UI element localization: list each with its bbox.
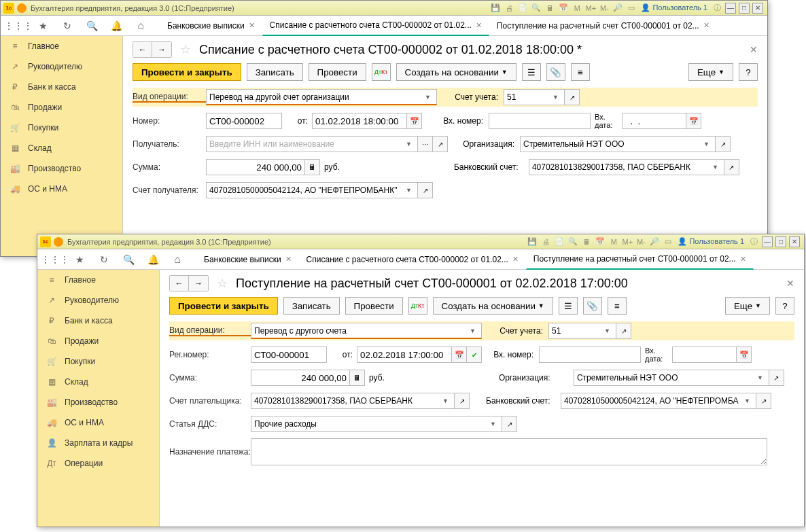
date-input[interactable] — [312, 113, 407, 129]
purpose-textarea[interactable] — [251, 438, 767, 465]
number-input[interactable] — [206, 113, 282, 129]
attach-button[interactable]: 📎 — [583, 297, 602, 315]
chevron-down-icon[interactable]: ▼ — [403, 187, 415, 194]
minimize-button[interactable]: — — [762, 236, 773, 247]
calc-icon[interactable]: 🖩 — [581, 236, 592, 247]
in-number-input[interactable] — [489, 113, 591, 129]
print-icon[interactable]: 🖨 — [504, 3, 514, 14]
minimize-button[interactable]: — — [725, 3, 736, 14]
open-button[interactable] — [724, 159, 739, 175]
search-icon[interactable]: 🔍 — [84, 18, 100, 34]
preview-icon[interactable]: 🔍 — [531, 3, 542, 14]
op-type-select[interactable]: Перевод на другой счет организации▼ — [206, 89, 437, 105]
calc-button[interactable] — [305, 159, 320, 175]
help-button[interactable]: ? — [775, 297, 794, 315]
open-button[interactable] — [455, 393, 470, 409]
post-and-close-button[interactable]: Провести и закрыть — [133, 63, 241, 81]
payer-acct-select[interactable]: 40702810138290017358, ПАО СБЕРБАНК▼ — [251, 393, 455, 409]
sidebar-item-operations[interactable]: ДтОперации — [37, 453, 159, 474]
chevron-down-icon[interactable]: ▼ — [550, 94, 561, 101]
save-icon[interactable]: 💾 — [490, 3, 501, 14]
sidebar-item-sales[interactable]: 🛍Продажи — [37, 331, 159, 351]
help-button[interactable]: ? — [739, 63, 758, 81]
history-icon[interactable]: ↻ — [59, 18, 75, 34]
user-label[interactable]: 👤 Пользователь 1 — [678, 237, 744, 246]
tab-writeoff[interactable]: Списание с расчетного счета СТ00-000002 … — [262, 16, 489, 36]
sidebar-item-warehouse[interactable]: ▦Склад — [1, 138, 122, 158]
sidebar-item-manager[interactable]: ↗Руководителю — [37, 290, 159, 311]
write-button[interactable]: Записать — [247, 63, 303, 81]
m-icon[interactable]: M — [608, 236, 619, 247]
favorite-icon[interactable]: ☆ — [214, 275, 230, 291]
in-date-input[interactable] — [672, 347, 737, 363]
tab-writeoff[interactable]: Списание с расчетного счета СТ00-000002 … — [299, 249, 526, 270]
chevron-down-icon[interactable]: ▼ — [701, 141, 712, 147]
star-icon[interactable]: ★ — [71, 251, 88, 268]
back-button[interactable]: ← — [133, 42, 152, 57]
dtkt-button[interactable]: ДтКт — [372, 63, 391, 81]
sidebar-item-sales[interactable]: 🛍Продажи — [1, 97, 122, 118]
dds-select[interactable]: Прочие расходы▼ — [251, 416, 502, 432]
in-number-input[interactable] — [539, 347, 641, 363]
user-label[interactable]: 👤 Пользователь 1 — [641, 3, 707, 12]
chevron-down-icon[interactable]: ▼ — [403, 141, 415, 147]
bell-icon[interactable]: 🔔 — [145, 251, 161, 268]
close-button[interactable]: ✕ — [752, 3, 763, 14]
close-icon[interactable]: ✕ — [740, 255, 746, 264]
m-plus-icon[interactable]: M+ — [622, 236, 633, 247]
close-page-icon[interactable]: ✕ — [750, 44, 758, 55]
calendar-icon[interactable]: 📅 — [595, 236, 606, 247]
sidebar-item-manager[interactable]: ↗Руководителю — [1, 56, 122, 77]
create-based-button[interactable]: Создать на основании▼ — [433, 297, 553, 315]
write-button[interactable]: Записать — [283, 297, 340, 315]
close-icon[interactable]: ✕ — [703, 21, 709, 30]
date-input[interactable] — [357, 347, 452, 363]
recipient-select[interactable]: Введите ИНН или наименование▼ — [206, 136, 418, 152]
tab-bank-statements[interactable]: Банковские выписки✕ — [160, 16, 262, 36]
home-icon[interactable]: ⌂ — [169, 251, 186, 268]
app-menu-icon[interactable] — [54, 237, 63, 247]
sidebar-item-assets[interactable]: 🚚ОС и НМА — [1, 179, 122, 199]
sum-input[interactable] — [206, 159, 305, 175]
chevron-down-icon[interactable]: ▼ — [422, 94, 434, 101]
reg-number-input[interactable] — [251, 347, 327, 363]
m-icon[interactable]: M — [572, 3, 582, 14]
calendar-icon[interactable]: 📅 — [558, 3, 569, 14]
more-button[interactable]: Еще▼ — [725, 297, 770, 315]
tab-receipt[interactable]: Поступление на расчетный счет СТ00-00000… — [526, 249, 754, 270]
open-button[interactable] — [565, 89, 580, 105]
open-button[interactable] — [616, 323, 631, 339]
close-page-icon[interactable]: ✕ — [786, 278, 794, 289]
bank-select[interactable]: 40702810138290017358, ПАО СБЕРБАНК▼ — [529, 159, 724, 175]
attach-button[interactable]: 📎 — [546, 63, 565, 81]
calc-icon[interactable]: 🖩 — [544, 3, 555, 14]
org-select[interactable]: Стремительный НЭТ ООО▼ — [574, 370, 769, 386]
apps-icon[interactable]: ⋮⋮⋮ — [47, 251, 63, 268]
tab-bank-statements[interactable]: Банковские выписки✕ — [196, 249, 299, 270]
windows-icon[interactable]: ▭ — [626, 3, 637, 14]
open-button[interactable] — [502, 416, 517, 432]
m-plus-icon[interactable]: M+ — [585, 3, 596, 14]
save-icon[interactable]: 💾 — [527, 236, 538, 247]
forward-button[interactable]: → — [189, 276, 208, 291]
calc-button[interactable] — [350, 370, 365, 386]
open-button[interactable] — [418, 182, 433, 198]
dots-button[interactable]: ⋯ — [418, 136, 433, 152]
sum-input[interactable] — [251, 370, 350, 386]
recv-acct-select[interactable]: 40702810500005042124, АО "НЕФТЕПРОМБАНК"… — [206, 182, 418, 198]
chevron-down-icon[interactable]: ▼ — [440, 397, 451, 404]
open-button[interactable] — [756, 393, 771, 409]
op-type-select[interactable]: Перевод с другого счета▼ — [251, 323, 482, 339]
history-icon[interactable]: ↻ — [96, 251, 112, 268]
create-based-button[interactable]: Создать на основании▼ — [396, 63, 516, 81]
sidebar-item-warehouse[interactable]: ▦Склад — [37, 372, 159, 392]
sidebar-item-main[interactable]: ≡Главное — [37, 270, 159, 290]
info-icon[interactable]: ⓘ — [712, 3, 722, 14]
calendar-button[interactable] — [452, 347, 467, 363]
calendar-button[interactable] — [737, 347, 752, 363]
sidebar-item-main[interactable]: ≡Главное — [1, 36, 122, 56]
m-minus-icon[interactable]: M- — [599, 3, 610, 14]
structure-button[interactable]: ☰ — [559, 297, 578, 315]
sidebar-item-bank[interactable]: ₽Банк и касса — [1, 77, 122, 97]
more-button[interactable]: Еще▼ — [688, 63, 733, 81]
